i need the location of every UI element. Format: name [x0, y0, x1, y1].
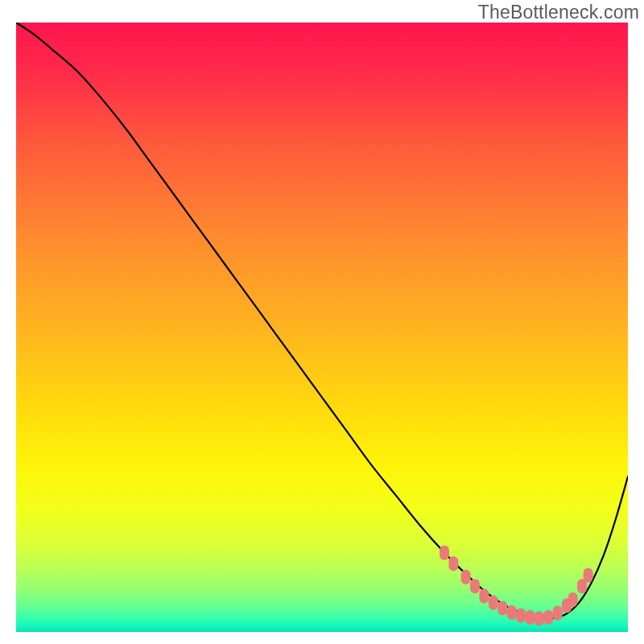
highlight-dot [507, 605, 517, 620]
chart-frame: TheBottleneck.com [0, 0, 644, 644]
highlight-dot [461, 570, 471, 584]
highlight-dot [525, 610, 535, 625]
highlight-markers [16, 23, 628, 632]
highlight-dot [479, 588, 489, 603]
highlight-dot [448, 556, 458, 571]
highlight-dot [516, 608, 526, 622]
highlight-dot [535, 611, 544, 625]
highlight-dot [543, 610, 553, 625]
highlight-dot [553, 605, 563, 620]
highlight-dot [584, 568, 593, 583]
highlight-dot [497, 601, 507, 615]
highlight-dot [470, 579, 480, 593]
highlight-dot [440, 545, 449, 559]
highlight-dot [489, 596, 498, 610]
plot-area [16, 23, 628, 632]
highlight-dot [568, 592, 578, 607]
watermark-text: TheBottleneck.com [478, 2, 639, 23]
